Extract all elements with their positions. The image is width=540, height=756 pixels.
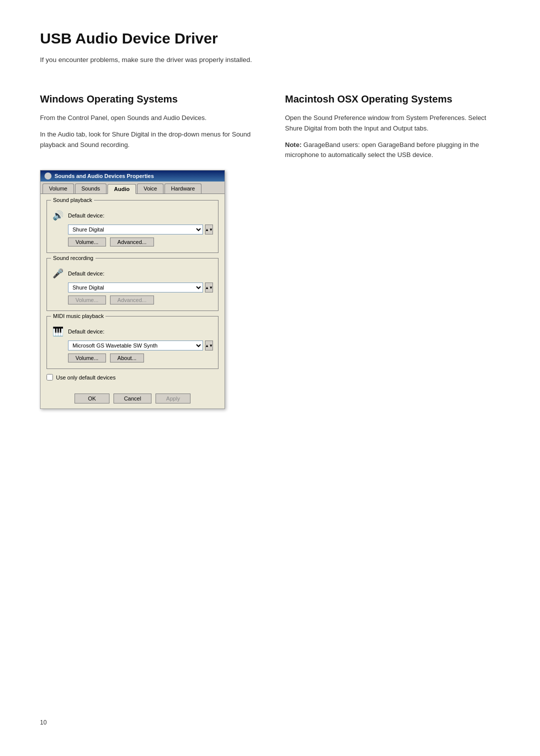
page-title: USB Audio Device Driver — [40, 30, 500, 47]
playback-select-row: Shure Digital ▲▼ — [68, 224, 213, 234]
microphone-icon: 🎤 — [52, 268, 64, 280]
tab-volume[interactable]: Volume — [42, 184, 74, 194]
mac-note-text: GarageBand users: open GarageBand before… — [285, 141, 479, 159]
dialog-content: Sound playback 🔊 Default device: Shure D… — [40, 194, 224, 390]
recording-buttons: Volume... Advanced... — [68, 296, 213, 304]
windows-section-title: Windows Operating Systems — [40, 94, 255, 105]
speaker-icon: 🔊 — [52, 210, 64, 222]
default-devices-label: Use only default devices — [56, 374, 116, 380]
midi-icon: 🎹 — [52, 326, 64, 338]
dialog-titlebar: Sounds and Audio Devices Properties — [40, 170, 224, 182]
sound-playback-label: Sound playback — [51, 197, 94, 203]
default-devices-checkbox[interactable] — [46, 374, 53, 380]
midi-device-select[interactable]: Microsoft GS Wavetable SW Synth — [68, 340, 203, 350]
dialog-screenshot: Sounds and Audio Devices Properties Volu… — [40, 170, 255, 409]
sounds-audio-dialog: Sounds and Audio Devices Properties Volu… — [40, 170, 225, 409]
mac-column: Macintosh OSX Operating Systems Open the… — [285, 94, 500, 166]
midi-about-button[interactable]: About... — [110, 354, 144, 362]
windows-column: Windows Operating Systems From the Contr… — [40, 94, 255, 409]
cancel-button[interactable]: Cancel — [114, 394, 152, 404]
default-devices-row: Use only default devices — [46, 374, 218, 380]
playback-device-row: 🔊 Default device: — [52, 210, 213, 222]
sound-recording-label: Sound recording — [51, 255, 96, 261]
tab-hardware[interactable]: Hardware — [164, 184, 202, 194]
tab-sounds[interactable]: Sounds — [75, 184, 106, 194]
windows-para1: From the Control Panel, open Sounds and … — [40, 113, 255, 124]
sound-recording-group: Sound recording 🎤 Default device: Shure … — [46, 258, 218, 311]
playback-buttons: Volume... Advanced... — [68, 238, 213, 246]
mac-note: Note: GarageBand users: open GarageBand … — [285, 140, 500, 161]
playback-advanced-button[interactable]: Advanced... — [110, 238, 154, 246]
sound-playback-group: Sound playback 🔊 Default device: Shure D… — [46, 200, 218, 253]
playback-device-label: Default device: — [68, 212, 104, 218]
recording-device-select[interactable]: Shure Digital — [68, 282, 203, 292]
windows-para2: In the Audio tab, look for Shure Digital… — [40, 130, 255, 150]
midi-volume-button[interactable]: Volume... — [68, 354, 106, 362]
dialog-tabs: Volume Sounds Audio Voice Hardware — [40, 182, 224, 194]
recording-volume-button[interactable]: Volume... — [68, 296, 106, 304]
midi-select-row: Microsoft GS Wavetable SW Synth ▲▼ — [68, 340, 213, 350]
midi-device-label: Default device: — [68, 328, 104, 334]
recording-advanced-button[interactable]: Advanced... — [110, 296, 154, 304]
midi-buttons: Volume... About... — [68, 354, 213, 362]
mac-para1: Open the Sound Preference window from Sy… — [285, 113, 500, 134]
recording-device-label: Default device: — [68, 270, 104, 276]
ok-button[interactable]: OK — [74, 394, 110, 404]
two-column-layout: Windows Operating Systems From the Contr… — [40, 94, 500, 409]
recording-select-row: Shure Digital ▲▼ — [68, 282, 213, 292]
tab-audio[interactable]: Audio — [108, 184, 136, 194]
midi-playback-label: MIDI music playback — [51, 313, 106, 319]
dialog-title: Sounds and Audio Devices Properties — [54, 173, 154, 179]
mac-section-title: Macintosh OSX Operating Systems — [285, 94, 500, 105]
playback-spinner[interactable]: ▲▼ — [205, 224, 213, 234]
midi-playback-group: MIDI music playback 🎹 Default device: Mi… — [46, 316, 218, 369]
midi-device-row: 🎹 Default device: — [52, 326, 213, 338]
midi-spinner[interactable]: ▲▼ — [205, 340, 213, 350]
playback-volume-button[interactable]: Volume... — [68, 238, 106, 246]
mac-note-label: Note: — [285, 141, 302, 148]
apply-button[interactable]: Apply — [156, 394, 190, 404]
recording-spinner[interactable]: ▲▼ — [205, 282, 213, 292]
dialog-titlebar-icon — [44, 172, 52, 180]
recording-device-row: 🎤 Default device: — [52, 268, 213, 280]
dialog-footer: OK Cancel Apply — [40, 390, 224, 408]
tab-voice[interactable]: Voice — [137, 184, 164, 194]
page-number: 10 — [40, 719, 46, 726]
intro-text: If you encounter problems, make sure the… — [40, 56, 500, 64]
playback-device-select[interactable]: Shure Digital — [68, 224, 203, 234]
